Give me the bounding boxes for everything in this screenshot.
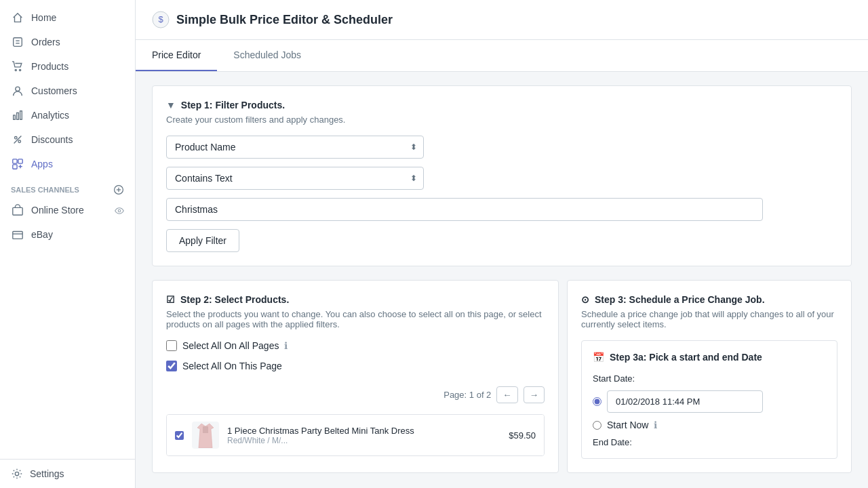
check-box-icon: ☑ [166, 294, 175, 305]
start-now-label: Start Now [607, 420, 648, 430]
sidebar-item-ebay[interactable]: eBay [0, 222, 135, 247]
settings-icon [11, 468, 23, 480]
product-info: 1 Piece Christmas Party Belted Mini Tank… [227, 426, 500, 445]
settings-item[interactable]: Settings [11, 468, 124, 480]
steps-row: ☑ Step 2: Select Products. Select the pr… [152, 280, 852, 473]
svg-rect-0 [14, 38, 22, 47]
content-area: ▼ Step 1: Filter Products. Create your c… [136, 72, 868, 488]
discounts-icon [11, 133, 24, 146]
svg-point-9 [15, 137, 18, 140]
step1-card: ▼ Step 1: Filter Products. Create your c… [152, 85, 852, 266]
svg-rect-20 [13, 232, 22, 239]
tab-price-editor[interactable]: Price Editor [136, 40, 217, 71]
tab-bar: Price Editor Scheduled Jobs [136, 40, 868, 72]
start-date-radio-row [593, 390, 826, 413]
analytics-icon [11, 108, 24, 122]
step3-subtext: Schedule a price change job that will ap… [581, 309, 837, 329]
start-date-input[interactable] [607, 390, 763, 413]
app-logo-icon: $ [152, 11, 170, 28]
svg-point-3 [15, 69, 16, 70]
select-all-pages-label: Select All On All Pages [182, 340, 279, 351]
step2-card: ☑ Step 2: Select Products. Select the pr… [152, 280, 559, 473]
apply-filter-button[interactable]: Apply Filter [166, 229, 239, 252]
step2-subtext: Select the products you want to change. … [166, 309, 545, 329]
info-icon-start-now[interactable]: ℹ [654, 420, 657, 430]
svg-rect-14 [13, 165, 17, 169]
filter-text-input[interactable] [166, 198, 763, 221]
sidebar-item-customers[interactable]: Customers [0, 79, 135, 103]
home-icon [11, 11, 24, 24]
sidebar-item-apps[interactable]: Apps [0, 152, 135, 176]
sidebar-item-discounts[interactable]: Discounts [0, 127, 135, 152]
svg-rect-13 [18, 159, 22, 163]
product-variant: Red/White / M/... [227, 436, 500, 445]
select-all-page-label: Select All On This Page [182, 361, 282, 371]
svg-point-5 [16, 87, 20, 91]
sidebar-nav: Home Orders Products [0, 0, 135, 459]
filter-condition-wrapper: Contains Text Does Not Contain Equals St… [166, 167, 424, 190]
select-all-pages-row[interactable]: Select All On All Pages ℹ [166, 340, 545, 351]
sidebar-item-home[interactable]: Home [0, 5, 135, 30]
product-list: 1 Piece Christmas Party Belted Mini Tank… [166, 414, 545, 456]
products-icon [11, 60, 24, 73]
step3-card: ⊙ Step 3: Schedule a Price Change Job. S… [567, 280, 852, 473]
start-now-radio-row: Start Now ℹ [593, 420, 826, 430]
svg-point-19 [118, 209, 121, 212]
page-header: $ Simple Bulk Price Editor & Scheduler [136, 0, 868, 40]
filter-field-wrapper: Product Name Price SKU Tag [166, 136, 424, 159]
filter-field-select[interactable]: Product Name Price SKU Tag [166, 136, 424, 159]
clock-icon: ⊙ [581, 294, 589, 305]
info-icon-all-pages[interactable]: ℹ [284, 340, 288, 351]
calendar-icon: 📅 [593, 352, 604, 363]
page-title: Simple Bulk Price Editor & Scheduler [176, 13, 393, 27]
ebay-icon [11, 228, 24, 241]
online-store-icon [11, 203, 24, 217]
step1-subtext: Create your custom filters and apply cha… [166, 115, 837, 125]
product-name: 1 Piece Christmas Party Belted Mini Tank… [227, 426, 500, 436]
sidebar-item-analytics[interactable]: Analytics [0, 103, 135, 127]
svg-text:$: $ [158, 14, 163, 24]
select-all-page-checkbox[interactable] [166, 361, 177, 371]
main-content: $ Simple Bulk Price Editor & Scheduler P… [136, 0, 868, 488]
svg-rect-18 [13, 207, 22, 215]
start-date-label: Start Date: [593, 373, 826, 384]
end-date-label: End Date: [593, 437, 826, 447]
step2-heading: ☑ Step 2: Select Products. [166, 294, 545, 305]
product-thumbnail [192, 422, 219, 449]
svg-rect-7 [17, 113, 19, 119]
sidebar-item-orders[interactable]: Orders [0, 30, 135, 54]
step3-heading: ⊙ Step 3: Schedule a Price Change Job. [581, 294, 837, 305]
add-channel-icon[interactable] [113, 184, 124, 195]
filter-condition-select[interactable]: Contains Text Does Not Contain Equals St… [166, 167, 424, 190]
next-page-button[interactable]: → [524, 386, 545, 403]
product-checkbox[interactable] [175, 431, 184, 440]
apps-icon [11, 157, 24, 171]
sidebar-item-products[interactable]: Products [0, 54, 135, 79]
step3a-box: 📅 Step 3a: Pick a start and end Date Sta… [581, 340, 837, 459]
select-all-pages-checkbox[interactable] [166, 340, 177, 351]
orders-icon [11, 35, 24, 49]
tab-scheduled-jobs[interactable]: Scheduled Jobs [217, 40, 317, 71]
start-date-radio[interactable] [593, 397, 601, 406]
svg-rect-8 [20, 111, 22, 120]
filter-icon: ▼ [166, 100, 176, 110]
select-all-page-row[interactable]: Select All On This Page [166, 361, 545, 371]
svg-rect-12 [13, 159, 17, 163]
sidebar-item-online-store[interactable]: Online Store [0, 198, 135, 222]
start-now-radio[interactable] [593, 421, 601, 430]
step3a-heading: 📅 Step 3a: Pick a start and end Date [593, 352, 826, 363]
sales-channels-header: SALES CHANNELS [0, 176, 135, 198]
product-price: $59.50 [509, 430, 536, 441]
step1-heading: ▼ Step 1: Filter Products. [166, 100, 837, 110]
prev-page-button[interactable]: ← [496, 386, 517, 403]
svg-point-10 [18, 140, 21, 143]
eye-icon[interactable] [115, 205, 124, 216]
svg-rect-6 [14, 115, 16, 119]
svg-point-22 [15, 472, 18, 475]
table-row: 1 Piece Christmas Party Belted Mini Tank… [167, 415, 544, 455]
pagination-text: Page: 1 of 2 [443, 390, 491, 400]
pagination: Page: 1 of 2 ← → [166, 381, 545, 409]
customers-icon [11, 84, 24, 98]
sidebar: Home Orders Products [0, 0, 136, 488]
svg-point-4 [20, 69, 21, 70]
